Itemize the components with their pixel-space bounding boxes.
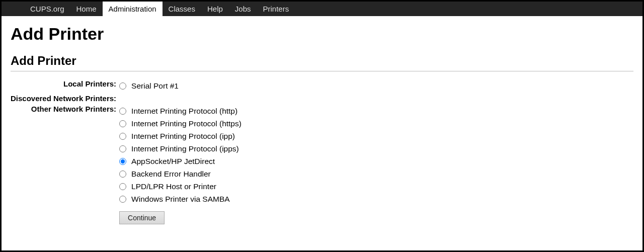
- radio-windows-samba[interactable]: [119, 196, 126, 203]
- nav-classes[interactable]: Classes: [163, 2, 201, 16]
- navbar: CUPS.org Home Administration Classes Hel…: [2, 2, 642, 16]
- option-ipp-https[interactable]: Internet Printing Protocol (https): [119, 117, 242, 130]
- nav-administration[interactable]: Administration: [103, 2, 163, 16]
- continue-button[interactable]: Continue: [119, 211, 165, 224]
- option-label: Backend Error Handler: [131, 170, 211, 179]
- radio-lpd-lpr[interactable]: [119, 183, 126, 190]
- radio-ipp[interactable]: [119, 133, 126, 140]
- option-serial-port-1[interactable]: Serial Port #1: [119, 79, 242, 92]
- option-label: Internet Printing Protocol (ipp): [131, 132, 235, 141]
- page-title: Add Printer: [11, 24, 633, 44]
- radio-appsocket-jetdirect[interactable]: [119, 158, 126, 165]
- section-title: Add Printer: [11, 54, 633, 68]
- option-label: AppSocket/HP JetDirect: [131, 157, 215, 166]
- option-label: Internet Printing Protocol (https): [131, 119, 242, 128]
- option-windows-samba[interactable]: Windows Printer via SAMBA: [119, 193, 242, 205]
- option-label: LPD/LPR Host or Printer: [131, 182, 216, 191]
- option-ipp[interactable]: Internet Printing Protocol (ipp): [119, 130, 242, 142]
- nav-jobs[interactable]: Jobs: [229, 2, 257, 16]
- nav-cups-org[interactable]: CUPS.org: [24, 2, 70, 16]
- section-divider: [11, 71, 633, 71]
- radio-ipps[interactable]: [119, 145, 126, 152]
- radio-backend-error-handler[interactable]: [119, 171, 126, 178]
- option-ipps[interactable]: Internet Printing Protocol (ipps): [119, 142, 242, 155]
- option-label: Internet Printing Protocol (ipps): [131, 144, 239, 153]
- nav-printers[interactable]: Printers: [257, 2, 295, 16]
- option-backend-error-handler[interactable]: Backend Error Handler: [119, 167, 242, 180]
- nav-home[interactable]: Home: [70, 2, 103, 16]
- label-discovered-network-printers: Discovered Network Printers:: [11, 93, 119, 104]
- label-local-printers: Local Printers:: [11, 78, 119, 93]
- radio-serial-port-1[interactable]: [119, 82, 126, 90]
- option-appsocket-jetdirect[interactable]: AppSocket/HP JetDirect: [119, 155, 242, 167]
- nav-help[interactable]: Help: [201, 2, 229, 16]
- option-label: Internet Printing Protocol (http): [131, 107, 237, 116]
- option-ipp-http[interactable]: Internet Printing Protocol (http): [119, 105, 242, 117]
- radio-ipp-http[interactable]: [119, 108, 126, 115]
- option-label: Windows Printer via SAMBA: [131, 195, 230, 204]
- radio-ipp-https[interactable]: [119, 120, 126, 127]
- option-label: Serial Port #1: [131, 81, 179, 91]
- label-other-network-printers: Other Network Printers:: [11, 104, 119, 206]
- add-printer-form: Local Printers: Serial Port #1 Discovere…: [11, 78, 242, 225]
- option-lpd-lpr[interactable]: LPD/LPR Host or Printer: [119, 180, 242, 193]
